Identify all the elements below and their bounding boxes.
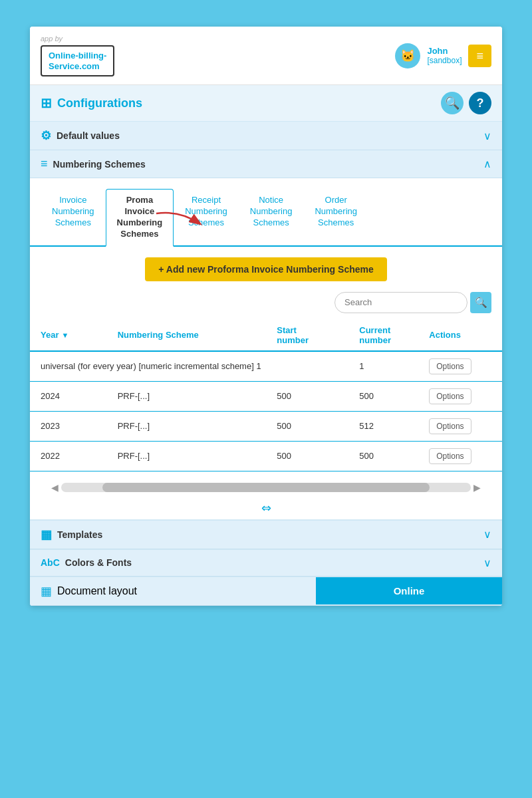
default-values-title: ⚙ Default values [41, 128, 120, 143]
scrollbar-thumb [102, 483, 430, 492]
scroll-right-arrow[interactable]: ▶ [473, 482, 481, 493]
table-row: universal (for every year) [numeric incr… [30, 351, 502, 382]
app-container: app by Online-billing- Service.com 🐱 Joh… [30, 27, 502, 606]
menu-button[interactable]: ≡ [468, 45, 491, 67]
row-2022-options-button[interactable]: Options [429, 448, 471, 464]
numbering-schemes-header[interactable]: ≡ Numbering Schemes ∧ [30, 150, 502, 178]
logo-text2: Service [49, 61, 79, 71]
nav-title-text: Configurations [57, 96, 142, 110]
row-2022-year: 2022 [30, 441, 107, 471]
row-2024-year: 2024 [30, 381, 107, 411]
add-btn-container: + Add new Proforma Invoice Numbering Sch… [30, 247, 502, 292]
col-start: Startnumber [266, 320, 348, 351]
default-values-section[interactable]: ⚙ Default values ∨ [30, 122, 502, 150]
row-2022-current: 500 [348, 441, 418, 471]
nav-search-button[interactable]: 🔍 [441, 92, 464, 114]
scrollbar-container: ◀ ▶ [41, 475, 491, 499]
numbering-icon: ≡ [41, 157, 48, 171]
search-icon: 🔍 [475, 297, 487, 309]
nav-actions: 🔍 ? [441, 92, 491, 114]
numbering-schemes-table: Year ▼ Numbering Scheme Startnumber Curr… [30, 320, 502, 471]
row-2024-actions: Options [418, 381, 502, 411]
row-2023-options-button[interactable]: Options [429, 418, 471, 434]
numbering-schemes-title: ≡ Numbering Schemes [41, 157, 146, 171]
row-2024-current: 500 [348, 381, 418, 411]
default-values-label: Default values [57, 130, 120, 141]
scrollbar-track[interactable] [61, 483, 471, 492]
universal-current: 1 [348, 351, 418, 382]
row-2022-start: 500 [266, 441, 348, 471]
row-2023-scheme: PRF-[...] [107, 411, 267, 441]
sort-icon: ▼ [61, 331, 68, 339]
default-values-icon: ⚙ [41, 128, 51, 143]
universal-actions: Options [418, 351, 502, 382]
colors-fonts-label: Colors & Fonts [65, 557, 132, 568]
document-layout-section[interactable]: ▦ Document layout Online [30, 577, 502, 606]
row-2023-actions: Options [418, 411, 502, 441]
document-layout-icon: ▦ [41, 584, 52, 598]
tab-proforma-invoice-numbering[interactable]: PromaInvoiceNumberingSchemes [106, 189, 174, 247]
colors-fonts-chevron: ∨ [483, 557, 491, 569]
config-icon: ⊞ [41, 95, 52, 111]
col-year[interactable]: Year ▼ [30, 320, 107, 351]
templates-icon: ▦ [41, 527, 52, 542]
table-row: 2024 PRF-[...] 500 500 Options [30, 381, 502, 411]
numbering-label: Numbering Schemes [53, 159, 146, 170]
templates-label: Templates [57, 529, 102, 540]
online-button[interactable]: Online [316, 577, 502, 604]
help-label: ? [477, 96, 484, 110]
menu-icon: ≡ [476, 49, 483, 63]
row-2022-actions: Options [418, 441, 502, 471]
col-current: Currentnumber [348, 320, 418, 351]
table-row: 2022 PRF-[...] 500 500 Options [30, 441, 502, 471]
search-container: 🔍 [30, 292, 502, 320]
add-btn-label: + Add new Proforma Invoice Numbering Sch… [158, 264, 374, 275]
tab-notice-numbering[interactable]: NoticeNumberingSchemes [239, 189, 304, 245]
app-by-text: app by [41, 35, 114, 43]
tab-order-numbering[interactable]: OrderNumberingSchemes [303, 189, 368, 245]
scroll-left-arrow[interactable]: ◀ [51, 482, 59, 493]
universal-options-button[interactable]: Options [429, 358, 471, 374]
tabs-container: InvoiceNumberingSchemes PromaInvoiceNumb… [30, 178, 502, 247]
nav-title: ⊞ Configurations [41, 95, 142, 111]
row-2023-year: 2023 [30, 411, 107, 441]
templates-chevron: ∨ [483, 528, 491, 541]
add-numbering-scheme-button[interactable]: + Add new Proforma Invoice Numbering Sch… [145, 257, 387, 281]
scrollbar-area: ◀ ▶ ⇔ [30, 471, 502, 519]
row-2023-current: 512 [348, 411, 418, 441]
document-layout-left: ▦ Document layout [30, 577, 316, 605]
row-2024-scheme: PRF-[...] [107, 381, 267, 411]
col-year-label: Year [41, 330, 59, 340]
online-label: Online [394, 585, 425, 597]
row-2023-start: 500 [266, 411, 348, 441]
nav-bar: ⊞ Configurations 🔍 ? [30, 85, 502, 122]
colors-fonts-title: AbC Colors & Fonts [41, 557, 132, 568]
document-layout-label: Document layout [57, 585, 137, 597]
search-button[interactable]: 🔍 [470, 292, 491, 313]
templates-title: ▦ Templates [41, 527, 102, 542]
user-name: John [427, 46, 448, 56]
colors-fonts-section[interactable]: AbC Colors & Fonts ∨ [30, 549, 502, 577]
default-values-chevron: ∨ [483, 130, 491, 142]
universal-row-label: universal (for every year) [numeric incr… [30, 351, 348, 382]
user-info: John [sandbox] [427, 46, 462, 65]
col-actions: Actions [418, 320, 502, 351]
numbering-chevron: ∧ [483, 158, 491, 170]
col-scheme: Numbering Scheme [107, 320, 267, 351]
drag-icon: ⇔ [41, 501, 491, 515]
tab-receipt-numbering[interactable]: ReceiptNumberingSchemes [174, 189, 239, 245]
avatar: 🐱 [395, 43, 420, 68]
table-row: 2023 PRF-[...] 500 512 Options [30, 411, 502, 441]
header-right: 🐱 John [sandbox] ≡ [395, 43, 491, 68]
nav-help-button[interactable]: ? [469, 92, 491, 114]
row-2022-scheme: PRF-[...] [107, 441, 267, 471]
templates-section[interactable]: ▦ Templates ∨ [30, 520, 502, 549]
search-input[interactable] [334, 292, 467, 313]
tab-invoice-numbering[interactable]: InvoiceNumberingSchemes [41, 189, 106, 245]
row-2024-options-button[interactable]: Options [429, 388, 471, 404]
tabs-wrapper: InvoiceNumberingSchemes PromaInvoiceNumb… [30, 178, 502, 247]
row-2024-start: 500 [266, 381, 348, 411]
numbering-schemes-section: ≡ Numbering Schemes ∧ InvoiceNumberingSc… [30, 150, 502, 520]
logo-text1: Online-billing- [49, 51, 106, 61]
logo-tld: .com [79, 61, 99, 71]
